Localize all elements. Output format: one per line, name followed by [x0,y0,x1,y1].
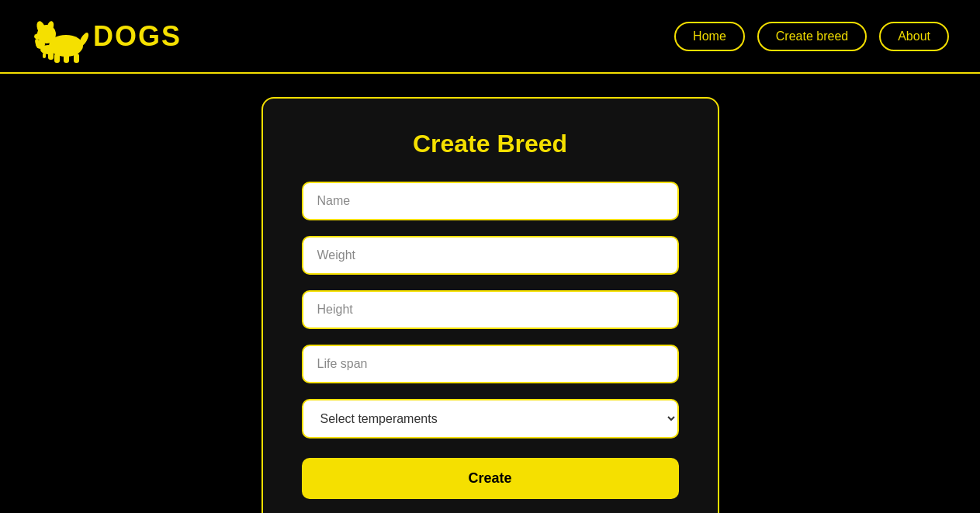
logo-text: DOGS [93,20,182,53]
home-nav-button[interactable]: Home [674,22,745,51]
height-input[interactable] [302,290,679,329]
create-button[interactable]: Create [302,458,679,499]
svg-point-4 [34,33,43,40]
svg-rect-14 [43,53,46,58]
dogs-logo-icon [31,7,93,65]
name-input[interactable] [302,182,679,220]
svg-rect-5 [54,54,60,63]
lifespan-input[interactable] [302,345,679,383]
navigation: Home Create breed About [674,22,949,51]
header: DOGS Home Create breed About [0,0,980,74]
main-content: Create Breed Select temperaments Create [0,74,980,513]
svg-rect-6 [64,54,69,63]
create-breed-nav-button[interactable]: Create breed [757,22,867,51]
about-nav-button[interactable]: About [879,22,949,51]
svg-rect-15 [48,53,51,58]
weight-input[interactable] [302,236,679,275]
form-title: Create Breed [413,130,567,158]
svg-rect-7 [74,54,79,63]
temperaments-select[interactable]: Select temperaments [302,399,679,438]
logo-area: DOGS [31,7,182,65]
create-breed-card: Create Breed Select temperaments Create [261,97,719,513]
